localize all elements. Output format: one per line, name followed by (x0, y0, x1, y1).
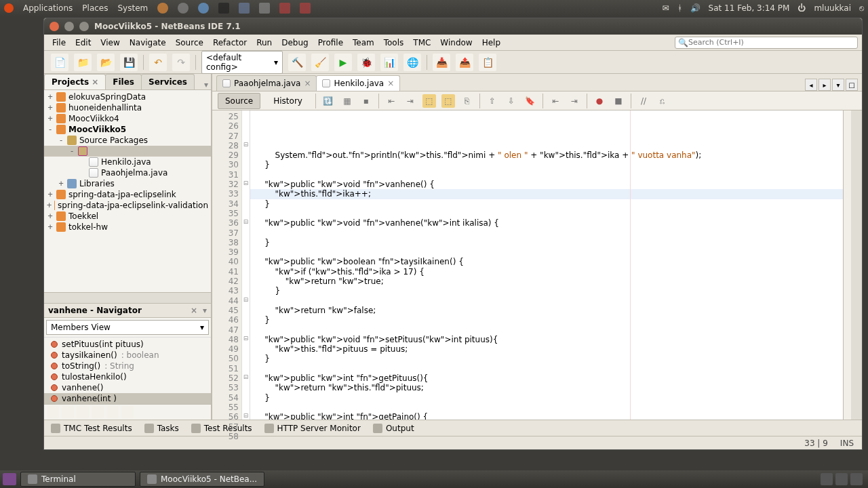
code-content[interactable]: System."fld">out."fn">println("kw">this.… (250, 110, 843, 420)
menu-team[interactable]: Team (349, 37, 378, 49)
uncomment-icon[interactable]: ⎌ (656, 94, 669, 108)
window-maximize-button[interactable] (79, 22, 89, 31)
menu-debug[interactable]: Debug (277, 37, 312, 49)
debug-button[interactable]: 🐞 (357, 54, 375, 71)
tab-tasks[interactable]: Tasks (144, 424, 179, 433)
redo-button[interactable]: ↷ (172, 54, 190, 71)
tree-node[interactable]: +Libraries (44, 178, 211, 189)
tab-http-monitor[interactable]: HTTP Server Monitor (264, 424, 361, 433)
navigator-item[interactable]: taysiIkainen() : boolean (44, 350, 211, 361)
menu-profile[interactable]: Profile (314, 37, 347, 49)
box-icon[interactable] (239, 3, 250, 14)
nav-filter-3[interactable] (77, 406, 89, 418)
menu-help[interactable]: Help (478, 37, 505, 49)
toggle-bookmark-icon[interactable]: 🔖 (524, 94, 537, 108)
project-tree[interactable]: +elokuvaSpringData+huoneidenhallinta+Moo… (44, 90, 211, 292)
menu-edit[interactable]: Edit (71, 37, 95, 49)
nav-filter-4[interactable] (92, 406, 104, 418)
tree-node[interactable]: +MoocViikko4 (44, 113, 211, 124)
tree-node[interactable]: +spring-data-jpa-eclipselink (44, 189, 211, 200)
navigator-item[interactable]: toString() : String (44, 361, 211, 371)
terminal-icon[interactable] (218, 3, 229, 14)
history-view-button[interactable]: History (266, 93, 310, 109)
run-config-select[interactable]: <default config>▾ (201, 51, 283, 74)
highlight-icon[interactable]: ⬚ (441, 94, 455, 108)
highlight-icon[interactable]: ⬚ (422, 94, 436, 108)
os-menu-system[interactable]: System (117, 3, 148, 13)
search-input[interactable] (688, 38, 854, 47)
navigator-item[interactable]: vanhene(int ) (44, 393, 211, 404)
chrome-icon[interactable] (178, 3, 189, 14)
error-stripe[interactable] (843, 110, 851, 420)
tmc-button-2[interactable]: 📤 (456, 54, 473, 71)
firefox-icon[interactable] (157, 3, 168, 14)
window-close-button[interactable] (50, 22, 59, 31)
quick-search[interactable]: 🔍 (675, 37, 858, 49)
vertical-scrollbar[interactable] (851, 110, 862, 420)
menu-tmc[interactable]: TMC (409, 37, 435, 49)
menu-view[interactable]: View (96, 37, 123, 49)
menu-source[interactable]: Source (172, 37, 208, 49)
macro-record-icon[interactable]: ● (593, 94, 606, 108)
tmc-button-3[interactable]: 📋 (479, 54, 496, 71)
shift-right-icon[interactable]: ⇥ (568, 94, 581, 108)
navigator-item[interactable]: tulostaHenkilo() (44, 371, 211, 382)
tree-node[interactable]: - (44, 146, 211, 157)
os-menu-places[interactable]: Places (82, 3, 108, 13)
volume-icon[interactable]: 🔊 (690, 3, 701, 13)
app3-icon[interactable] (300, 3, 311, 14)
tmc-button-1[interactable]: 📥 (433, 54, 450, 71)
tree-node[interactable]: +Toekkel (44, 211, 211, 222)
app-icon[interactable] (198, 3, 209, 14)
tree-node[interactable]: -Source Packages (44, 135, 211, 146)
show-desktop-button[interactable] (3, 473, 16, 485)
tab-services[interactable]: Services (141, 74, 195, 89)
mail-icon[interactable]: ✉ (663, 3, 669, 13)
tree-node[interactable]: +huoneidenhallinta (44, 102, 211, 113)
navigator-view-select[interactable]: Members View▾ (46, 320, 209, 335)
save-all-button[interactable]: 💾 (120, 54, 138, 71)
power-icon[interactable]: ⏻ (797, 3, 806, 13)
ubuntu-logo-icon[interactable] (4, 3, 14, 13)
profile-button[interactable]: 📊 (380, 54, 398, 71)
session-icon[interactable]: ⎋ (859, 3, 864, 13)
os-menu-applications[interactable]: Applications (23, 3, 73, 13)
prev-bookmark-icon[interactable]: ⇧ (486, 94, 499, 108)
navigator-item[interactable]: vanhene() (44, 382, 211, 393)
fold-column[interactable]: ⊟⊟⊟⊟⊟⊟⊟ (242, 110, 250, 420)
undo-button[interactable]: ↶ (149, 54, 167, 71)
menu-tools[interactable]: Tools (380, 37, 408, 49)
tab-tmc-results[interactable]: TMC Test Results (51, 424, 132, 433)
editor-icon[interactable]: ▪ (359, 94, 373, 108)
file-tab-paaohjelma[interactable]: Paaohjelma.java× (216, 75, 317, 91)
scroll-left-button[interactable]: ◂ (805, 79, 817, 91)
editor-icon[interactable]: ⎘ (460, 94, 474, 108)
scroll-right-button[interactable]: ▸ (818, 79, 831, 91)
editor-icon[interactable]: ▦ (340, 94, 354, 108)
window-minimize-button[interactable] (64, 22, 74, 31)
line-gutter[interactable]: 2526272829303132333435363738394041424344… (212, 110, 242, 420)
menu-refactor[interactable]: Refactor (209, 37, 251, 49)
tree-node[interactable]: +tokkel-hw (44, 222, 211, 232)
tree-node[interactable]: Paaohjelma.java (44, 167, 211, 178)
new-project-button[interactable]: 📁 (74, 54, 92, 71)
tree-node[interactable]: +spring-data-jpa-eclipselink-validation (44, 200, 211, 211)
navigator-list[interactable]: setPituus(int pituus)taysiIkainen() : bo… (44, 337, 211, 405)
app2-icon[interactable] (279, 3, 290, 14)
nav-filter-2[interactable] (62, 406, 74, 418)
tray-icon[interactable] (821, 473, 833, 485)
close-icon[interactable]: × (92, 77, 98, 87)
source-view-button[interactable]: Source (218, 93, 260, 109)
tree-node[interactable]: +elokuvaSpringData (44, 92, 211, 102)
nav-filter-6[interactable] (121, 406, 134, 418)
tab-output[interactable]: Output (373, 424, 414, 433)
navigator-item[interactable]: setPituus(int pituus) (44, 339, 211, 350)
gedit-icon[interactable] (259, 3, 270, 14)
macro-stop-icon[interactable]: ■ (612, 94, 625, 108)
trash-icon[interactable] (850, 473, 863, 485)
menu-navigate[interactable]: Navigate (125, 37, 170, 49)
nav-filter-1[interactable] (47, 406, 59, 418)
tree-node[interactable]: Henkilo.java (44, 157, 211, 167)
comment-icon[interactable]: // (637, 94, 650, 108)
shift-left-icon[interactable]: ⇤ (549, 94, 562, 108)
